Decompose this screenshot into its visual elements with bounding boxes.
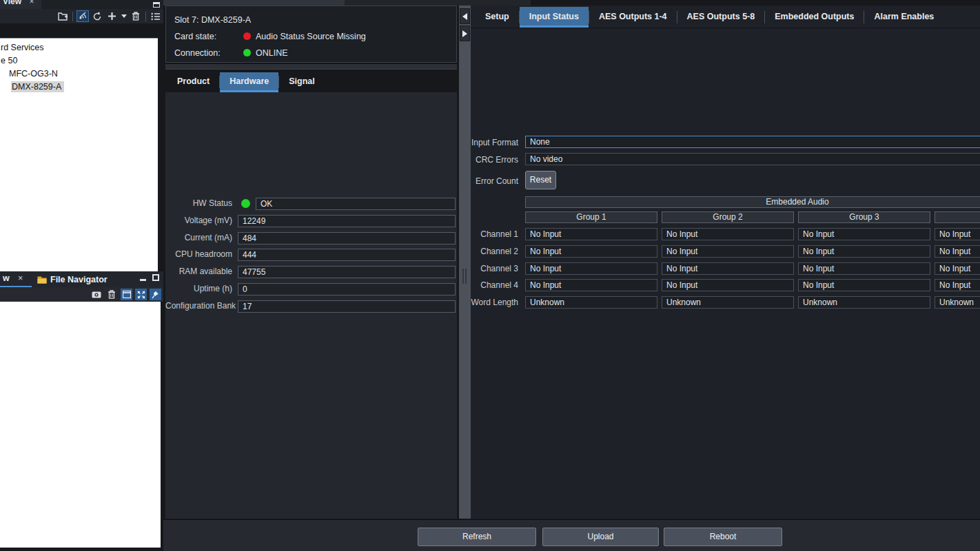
signal-icon[interactable] (76, 10, 89, 22)
field-value: 0 (238, 283, 456, 295)
tab-aes-outputs-1-4[interactable]: AES Outputs 1-4 (589, 7, 677, 28)
doc-tab-dmx-8259a[interactable]: Test Frame 66 - Slot 7 - DMX-8259-A × (345, 0, 531, 6)
crc-errors-label: CRC Errors (471, 155, 518, 165)
cell-channel-4-g1: No Input (525, 279, 657, 291)
card-state-red-icon (243, 32, 251, 40)
tab-view-partial[interactable]: w × (0, 271, 32, 287)
cell-channel-2-g2: No Input (662, 245, 794, 258)
device-tree: rd Servicese 50MFC-OG3-NDMX-8259-A (0, 38, 158, 271)
collapse-right-icon[interactable] (460, 25, 470, 41)
cell-channel-2-g3: No Input (798, 245, 930, 258)
delete-icon[interactable] (105, 289, 118, 300)
field-row-configuration-bank: Configuration Bank17 (165, 300, 457, 313)
caret-down-icon[interactable] (120, 10, 127, 22)
row-label-channel-1: Channel 1 (471, 229, 518, 239)
document-tabbar: Test Frame 66 - Slot 7 - SDA-6706A Test … (163, 0, 980, 6)
card-slot-title: Slot 7: DMX-8259-A (174, 14, 251, 25)
collapse-left-icon[interactable] (460, 8, 470, 24)
field-row-hw-status: HW StatusOK (165, 198, 457, 211)
restore-icon[interactable] (153, 2, 160, 8)
refresh-button[interactable]: Refresh (418, 528, 536, 546)
file-navigator-toolbar (0, 287, 163, 302)
field-label: RAM available (165, 267, 232, 276)
tree-item-label: rd Services (0, 42, 47, 53)
tab-setup[interactable]: Setup (476, 7, 519, 28)
tab-aes-outputs-5-8[interactable]: AES Outputs 5-8 (677, 7, 765, 28)
add-icon[interactable] (105, 10, 118, 22)
close-icon[interactable]: × (18, 271, 23, 286)
input-format-label: Input Format (471, 138, 518, 147)
tree-item-mfc-og3-n[interactable]: MFC-OG3-N (0, 67, 158, 81)
new-folder-icon[interactable] (57, 10, 69, 22)
cell-channel-3-g4: No Input (935, 262, 980, 275)
tab-input-status[interactable]: Input Status (520, 7, 589, 28)
tree-item-e-50[interactable]: e 50 (0, 54, 158, 67)
group-header-2: Group 2 (662, 211, 794, 223)
field-label: Current (mA) (165, 233, 232, 242)
toolbar-separator (145, 12, 146, 21)
tab-product[interactable]: Product (167, 72, 219, 92)
input-status-panel: SetupInput StatusAES Outputs 1-4AES Outp… (471, 6, 980, 519)
hw-status-green-icon (241, 199, 250, 208)
field-label: Uptime (h) (165, 284, 232, 293)
close-icon[interactable]: × (29, 0, 34, 6)
app-window: View × rd Servicese 50MFC-OG3-NDMX-8259-… (0, 0, 980, 551)
doc-tab-label: Test Frame 66 - Slot 7 - SDA-6706A (182, 0, 319, 6)
list-icon[interactable] (150, 10, 162, 22)
crc-errors-value: No video (525, 153, 980, 165)
close-icon[interactable]: × (517, 0, 522, 6)
card-state-value: Audio Status Source Missing (256, 31, 366, 42)
cell-channel-3-g3: No Input (798, 262, 930, 275)
tab-view[interactable]: View × (0, 0, 41, 9)
card-tabs: ProductHardwareSignal (165, 70, 457, 92)
upload-button[interactable]: Upload (542, 528, 659, 546)
field-row-cpu-headroom: CPU headroom444 (165, 249, 457, 262)
expand-icon[interactable] (135, 289, 147, 300)
reboot-button[interactable]: Reboot (664, 528, 782, 546)
field-row-ram-available: RAM available47755 (165, 266, 457, 279)
panel-splitter[interactable] (459, 6, 471, 519)
connection-green-icon (243, 49, 251, 56)
pin-icon[interactable] (150, 289, 161, 300)
camera-icon[interactable] (90, 289, 103, 300)
group-header-3: Group 3 (798, 211, 930, 223)
window-icon[interactable] (121, 289, 132, 300)
tab-file-navigator[interactable]: File Navigator (33, 271, 112, 287)
cell-channel-4-g3: No Input (798, 279, 930, 291)
field-value: 17 (238, 300, 456, 313)
cell-channel-1-g1: No Input (525, 228, 657, 240)
minimize-icon[interactable] (140, 279, 146, 281)
tab-label: w (3, 273, 10, 283)
input-format-value: None (525, 136, 980, 148)
field-value: 444 (238, 249, 456, 261)
field-label: Configuration Bank (165, 301, 232, 311)
folder-icon (37, 276, 47, 284)
tree-item-dmx-8259-a[interactable]: DMX-8259-A (0, 81, 158, 94)
file-navigator-tabbar: w × File Navigator (0, 271, 163, 287)
row-label-channel-2: Channel 2 (471, 247, 518, 256)
cell-channel-2-g4: No Input (935, 245, 980, 258)
bottom-action-bar: RefreshUploadReboot (163, 519, 980, 551)
tree-item-rd-services[interactable]: rd Services (0, 41, 158, 54)
cell-channel-3-g1: No Input (525, 262, 657, 275)
field-value: OK (256, 198, 456, 210)
error-count-label: Error Count (471, 176, 518, 186)
tab-alarm-enables[interactable]: Alarm Enables (864, 7, 943, 28)
doc-tab-sda-6706a[interactable]: Test Frame 66 - Slot 7 - SDA-6706A (163, 0, 345, 6)
tab-hardware[interactable]: Hardware (220, 72, 278, 92)
field-row-current-ma: Current (mA)484 (165, 232, 457, 245)
field-value: 484 (238, 232, 456, 245)
cell-word-length-g2: Unknown (662, 296, 794, 309)
tab-signal[interactable]: Signal (279, 72, 325, 92)
refresh-icon[interactable] (91, 10, 103, 22)
delete-icon[interactable] (130, 10, 142, 22)
maximize-icon[interactable] (152, 274, 159, 281)
connection-label: Connection: (174, 48, 221, 59)
cell-word-length-g4: Unknown (935, 296, 980, 309)
cell-channel-1-g2: No Input (662, 228, 794, 240)
connection-value: ONLINE (256, 48, 288, 59)
field-label: HW Status (165, 198, 232, 208)
reset-button[interactable]: Reset (525, 171, 556, 189)
panel-separator (165, 63, 457, 70)
tab-embedded-outputs[interactable]: Embedded Outputs (765, 7, 864, 28)
